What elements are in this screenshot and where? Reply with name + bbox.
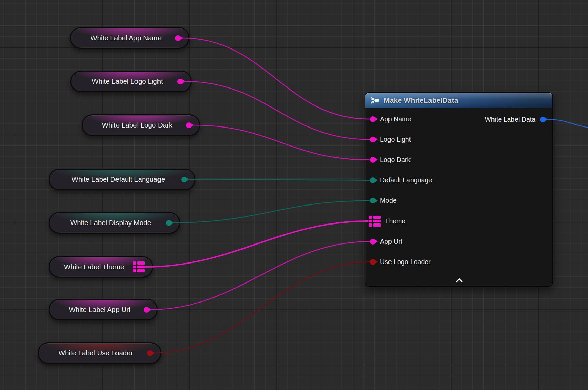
input-row-theme: Theme	[365, 211, 552, 231]
node-output-row: White Label Data	[485, 109, 552, 130]
map-pin-icon[interactable]	[133, 261, 145, 272]
circle-pin-icon[interactable]	[166, 220, 172, 226]
circle-pin-icon[interactable]	[181, 177, 187, 182]
var-node-white-label-app-url[interactable]: White Label App Url	[49, 299, 158, 320]
circle-pin-icon[interactable]	[147, 350, 153, 356]
pin-label: Default Language	[380, 176, 432, 184]
output-pin-label: White Label Data	[485, 116, 536, 123]
input-row-mode: Mode	[365, 191, 552, 211]
wire-mode[interactable]	[173, 201, 370, 223]
variable-label: White Label Default Language	[60, 175, 177, 183]
circle-pin-icon[interactable]	[370, 157, 376, 163]
var-node-white-label-theme[interactable]: White Label Theme	[49, 256, 153, 278]
variable-label: White Label Logo Dark	[93, 121, 182, 129]
circle-pin-icon[interactable]	[370, 177, 376, 183]
var-node-white-label-logo-light[interactable]: White Label Logo Light	[70, 71, 192, 92]
pin-label: Mode	[380, 197, 397, 204]
output-pin-icon[interactable]	[540, 117, 546, 122]
wire-logo-dark[interactable]	[193, 125, 370, 160]
make-whitelabeldata-node[interactable]: Make WhiteLabelData App Name Logo Light …	[365, 92, 553, 287]
var-node-white-label-display-mode[interactable]: White Label Display Mode	[49, 212, 180, 234]
node-header[interactable]: Make WhiteLabelData	[365, 93, 552, 108]
pin-label: Logo Light	[380, 136, 411, 143]
wire-default-language[interactable]	[188, 179, 370, 180]
make-struct-icon	[370, 96, 380, 104]
circle-pin-icon[interactable]	[177, 79, 183, 84]
input-row-default-language: Default Language	[365, 170, 552, 191]
var-node-white-label-app-name[interactable]: White Label App Name	[70, 27, 189, 49]
input-row-logo-dark: Logo Dark	[365, 150, 552, 170]
pin-label: Logo Dark	[380, 156, 411, 164]
input-row-app-url: App Url	[365, 231, 552, 252]
wire-app-url[interactable]	[151, 241, 370, 310]
wire-app-name[interactable]	[182, 38, 370, 119]
pin-label: Use Logo Loader	[380, 258, 431, 266]
variable-label: White Label App Url	[60, 306, 139, 314]
wire-use-logo-loader[interactable]	[154, 262, 370, 353]
variable-label: White Label Theme	[60, 263, 128, 271]
var-node-white-label-default-language[interactable]: White Label Default Language	[49, 169, 195, 190]
circle-pin-icon[interactable]	[186, 122, 192, 128]
circle-pin-icon[interactable]	[370, 259, 376, 265]
input-row-use-logo-loader: Use Logo Loader	[365, 252, 552, 272]
pin-label: App Name	[380, 115, 411, 123]
variable-label: White Label App Name	[81, 34, 171, 42]
var-node-white-label-logo-dark[interactable]: White Label Logo Dark	[82, 114, 200, 136]
circle-pin-icon[interactable]	[370, 198, 376, 203]
circle-pin-icon[interactable]	[175, 35, 181, 41]
graph-canvas[interactable]: Make WhiteLabelData App Name Logo Light …	[0, 0, 588, 390]
node-title: Make WhiteLabelData	[384, 96, 458, 104]
map-pin-icon[interactable]	[369, 216, 381, 227]
wire-logo-light[interactable]	[185, 81, 370, 139]
var-node-white-label-use-loader[interactable]: White Label Use Loader	[38, 342, 161, 364]
circle-pin-icon[interactable]	[370, 239, 376, 245]
variable-label: White Label Display Mode	[60, 219, 162, 227]
circle-pin-icon[interactable]	[370, 116, 376, 122]
chevron-up-icon	[457, 277, 462, 282]
pin-label: App Url	[380, 238, 402, 246]
variable-label: White Label Logo Light	[82, 77, 173, 85]
circle-pin-icon[interactable]	[370, 137, 376, 142]
circle-pin-icon[interactable]	[144, 307, 149, 313]
input-row-logo-light: Logo Light	[365, 129, 552, 150]
variable-label: White Label Use Loader	[49, 349, 143, 357]
collapse-advanced-pins-button[interactable]	[365, 275, 552, 284]
pin-label: Theme	[385, 217, 406, 225]
node-input-pins: App Name Logo Light Logo Dark Default La…	[365, 108, 552, 272]
